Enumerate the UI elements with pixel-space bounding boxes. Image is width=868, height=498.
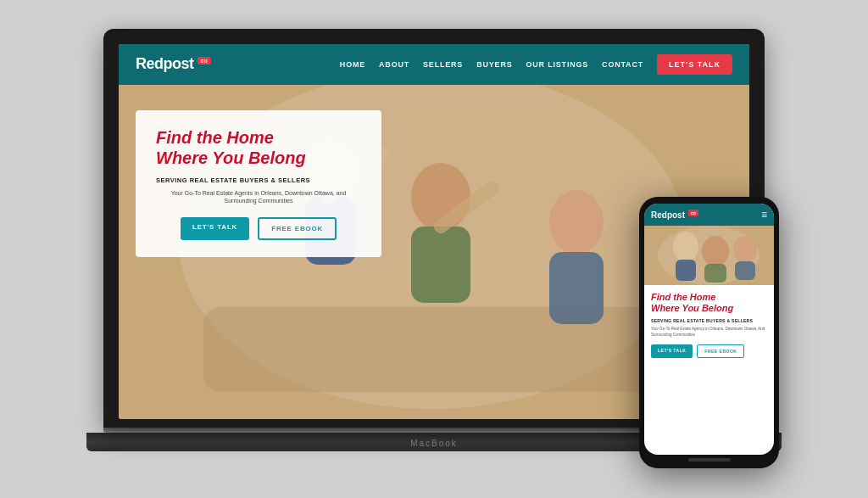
nav-buyers[interactable]: BUYERS: [476, 60, 512, 69]
hero-buttons: LET'S TALK FREE EBOOK: [156, 217, 361, 240]
nav-sellers[interactable]: SELLERS: [423, 60, 463, 69]
logo-text: Redpost: [136, 55, 194, 73]
phone-hero-image: [644, 226, 774, 285]
nav-about[interactable]: ABOUT: [379, 60, 409, 69]
logo: Redpost co: [136, 55, 211, 73]
svg-rect-8: [549, 252, 604, 324]
phone-device: Redpost co ≡: [639, 197, 779, 468]
hero-free-ebook-button[interactable]: FREE EBOOK: [258, 217, 337, 240]
phone-hero-bg: [644, 226, 774, 285]
laptop-brand-label: MacBook: [410, 439, 458, 448]
nav-home[interactable]: HOME: [340, 60, 365, 69]
phone-hero-title: Find the Home Where You Belong: [651, 292, 767, 314]
phone-screen: Redpost co ≡: [644, 204, 774, 455]
phone-content: Find the Home Where You Belong SERVING R…: [644, 285, 774, 455]
hero-subtitle: SERVING REAL ESTATE BUYERS & SELLERS: [156, 176, 361, 184]
phone-subtitle: SERVING REAL ESTATE BUYERS & SELLERS: [651, 318, 767, 323]
phone-free-ebook-button[interactable]: FREE EBOOK: [697, 344, 744, 358]
site-nav: HOME ABOUT SELLERS BUYERS OUR LISTINGS C…: [340, 54, 732, 75]
scene: Redpost co HOME ABOUT SELLERS BUYERS OUR…: [0, 0, 868, 498]
logo-badge: co: [198, 57, 211, 64]
hero-title-line2: Where You Belong: [156, 148, 306, 167]
phone-logo: Redpost co: [651, 210, 698, 220]
phone-lets-talk-button[interactable]: LET'S TALK: [651, 344, 693, 358]
phone-description: Your Go-To Real Estate Agency in Orleans…: [651, 327, 767, 338]
svg-rect-6: [411, 227, 470, 303]
svg-rect-14: [676, 260, 696, 281]
site-header: Redpost co HOME ABOUT SELLERS BUYERS OUR…: [119, 44, 749, 85]
svg-point-13: [673, 232, 698, 262]
phone-header: Redpost co ≡: [644, 204, 774, 226]
hero-description: Your Go-To Real Estate Agents in Orleans…: [156, 189, 361, 206]
phone-title-line1: Find the Home: [651, 292, 715, 302]
header-cta-button[interactable]: LET'S TALK: [657, 54, 732, 75]
phone-home-indicator[interactable]: [688, 458, 731, 462]
svg-point-15: [702, 236, 729, 266]
phone-buttons: LET'S TALK FREE EBOOK: [651, 344, 767, 358]
hero-lets-talk-button[interactable]: LET'S TALK: [181, 217, 249, 240]
hero-title: Find the Home Where You Belong: [156, 127, 361, 168]
phone-family-svg: [644, 226, 774, 285]
svg-point-7: [549, 190, 604, 255]
phone-title-line2: Where You Belong: [651, 303, 733, 313]
svg-point-17: [733, 236, 757, 263]
phone-logo-badge: co: [688, 210, 698, 216]
hero-title-line1: Find the Home: [156, 128, 274, 147]
svg-rect-16: [704, 264, 726, 283]
svg-rect-18: [735, 261, 755, 280]
hero-content-box: Find the Home Where You Belong SERVING R…: [136, 110, 381, 258]
nav-listings[interactable]: OUR LISTINGS: [526, 60, 588, 69]
nav-contact[interactable]: CONTACT: [602, 60, 643, 69]
phone-logo-text: Redpost: [651, 210, 685, 220]
phone-menu-icon[interactable]: ≡: [761, 209, 767, 221]
